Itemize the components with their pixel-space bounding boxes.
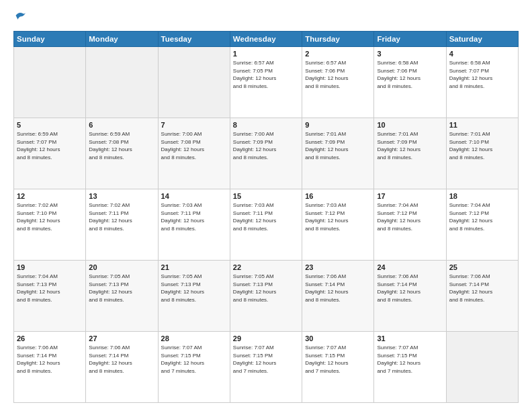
week-row-5: 26Sunrise: 7:06 AM Sunset: 7:14 PM Dayli…	[14, 332, 519, 403]
day-info: Sunrise: 7:04 AM Sunset: 7:12 PM Dayligh…	[449, 201, 515, 232]
day-info: Sunrise: 7:03 AM Sunset: 7:11 PM Dayligh…	[161, 201, 227, 232]
weekday-header-tuesday: Tuesday	[158, 32, 230, 47]
day-number: 4	[449, 50, 515, 58]
day-cell: 10Sunrise: 7:01 AM Sunset: 7:09 PM Dayli…	[374, 118, 446, 189]
day-cell: 19Sunrise: 7:04 AM Sunset: 7:13 PM Dayli…	[14, 261, 86, 332]
day-cell: 21Sunrise: 7:05 AM Sunset: 7:13 PM Dayli…	[158, 261, 230, 332]
day-cell: 29Sunrise: 7:07 AM Sunset: 7:15 PM Dayli…	[230, 332, 302, 403]
day-number: 7	[161, 121, 227, 129]
day-info: Sunrise: 7:04 AM Sunset: 7:12 PM Dayligh…	[377, 201, 443, 232]
day-number: 30	[305, 334, 371, 342]
weekday-header-friday: Friday	[374, 32, 446, 47]
day-cell: 7Sunrise: 7:00 AM Sunset: 7:08 PM Daylig…	[158, 118, 230, 189]
day-number: 24	[377, 263, 443, 271]
day-cell: 13Sunrise: 7:02 AM Sunset: 7:11 PM Dayli…	[86, 189, 158, 261]
day-cell: 8Sunrise: 7:00 AM Sunset: 7:09 PM Daylig…	[230, 118, 302, 189]
day-info: Sunrise: 7:07 AM Sunset: 7:15 PM Dayligh…	[305, 344, 371, 375]
week-row-2: 5Sunrise: 6:59 AM Sunset: 7:07 PM Daylig…	[14, 118, 519, 189]
day-cell: 4Sunrise: 6:58 AM Sunset: 7:07 PM Daylig…	[446, 47, 518, 118]
page: SundayMondayTuesdayWednesdayThursdayFrid…	[0, 0, 532, 411]
day-cell: 12Sunrise: 7:02 AM Sunset: 7:10 PM Dayli…	[14, 189, 86, 261]
day-info: Sunrise: 6:58 AM Sunset: 7:06 PM Dayligh…	[377, 59, 443, 90]
day-cell	[158, 47, 230, 118]
day-number: 5	[17, 121, 83, 129]
day-cell: 24Sunrise: 7:06 AM Sunset: 7:14 PM Dayli…	[374, 261, 446, 332]
day-info: Sunrise: 7:05 AM Sunset: 7:13 PM Dayligh…	[161, 273, 227, 304]
day-number: 22	[233, 263, 299, 271]
day-info: Sunrise: 7:02 AM Sunset: 7:11 PM Dayligh…	[89, 201, 154, 232]
day-number: 27	[89, 334, 154, 342]
day-info: Sunrise: 7:01 AM Sunset: 7:09 PM Dayligh…	[305, 130, 371, 161]
day-number: 16	[305, 192, 371, 200]
day-info: Sunrise: 7:06 AM Sunset: 7:14 PM Dayligh…	[17, 344, 83, 375]
day-cell: 31Sunrise: 7:07 AM Sunset: 7:15 PM Dayli…	[374, 332, 446, 403]
weekday-header-saturday: Saturday	[446, 32, 518, 47]
day-info: Sunrise: 7:06 AM Sunset: 7:14 PM Dayligh…	[89, 344, 154, 375]
day-number: 18	[449, 192, 515, 200]
day-number: 17	[377, 192, 443, 200]
day-info: Sunrise: 7:00 AM Sunset: 7:09 PM Dayligh…	[233, 130, 299, 161]
day-info: Sunrise: 6:57 AM Sunset: 7:06 PM Dayligh…	[305, 59, 371, 90]
day-cell	[14, 47, 86, 118]
day-number: 2	[305, 50, 371, 58]
day-number: 25	[449, 263, 515, 271]
day-cell: 28Sunrise: 7:07 AM Sunset: 7:15 PM Dayli…	[158, 332, 230, 403]
weekday-header-sunday: Sunday	[14, 32, 86, 47]
calendar-table: SundayMondayTuesdayWednesdayThursdayFrid…	[13, 31, 519, 403]
day-cell: 3Sunrise: 6:58 AM Sunset: 7:06 PM Daylig…	[374, 47, 446, 118]
day-info: Sunrise: 7:03 AM Sunset: 7:11 PM Dayligh…	[233, 201, 299, 232]
day-number: 15	[233, 192, 299, 200]
day-number: 9	[305, 121, 371, 129]
logo-bird-icon	[15, 9, 27, 21]
week-row-4: 19Sunrise: 7:04 AM Sunset: 7:13 PM Dayli…	[14, 261, 519, 332]
day-number: 20	[89, 263, 154, 271]
day-number: 13	[89, 192, 154, 200]
day-cell: 18Sunrise: 7:04 AM Sunset: 7:12 PM Dayli…	[446, 189, 518, 261]
day-cell: 25Sunrise: 7:06 AM Sunset: 7:14 PM Dayli…	[446, 261, 518, 332]
day-cell: 11Sunrise: 7:01 AM Sunset: 7:10 PM Dayli…	[446, 118, 518, 189]
day-info: Sunrise: 6:59 AM Sunset: 7:08 PM Dayligh…	[89, 130, 154, 161]
day-info: Sunrise: 6:58 AM Sunset: 7:07 PM Dayligh…	[449, 59, 515, 90]
week-row-3: 12Sunrise: 7:02 AM Sunset: 7:10 PM Dayli…	[14, 189, 519, 261]
day-cell: 17Sunrise: 7:04 AM Sunset: 7:12 PM Dayli…	[374, 189, 446, 261]
day-info: Sunrise: 7:01 AM Sunset: 7:09 PM Dayligh…	[377, 130, 443, 161]
day-info: Sunrise: 7:01 AM Sunset: 7:10 PM Dayligh…	[449, 130, 515, 161]
day-cell: 9Sunrise: 7:01 AM Sunset: 7:09 PM Daylig…	[302, 118, 374, 189]
day-number: 28	[161, 334, 227, 342]
weekday-header-thursday: Thursday	[302, 32, 374, 47]
day-cell: 27Sunrise: 7:06 AM Sunset: 7:14 PM Dayli…	[86, 332, 158, 403]
day-cell: 2Sunrise: 6:57 AM Sunset: 7:06 PM Daylig…	[302, 47, 374, 118]
header	[13, 11, 519, 24]
day-cell: 6Sunrise: 6:59 AM Sunset: 7:08 PM Daylig…	[86, 118, 158, 189]
day-number: 6	[89, 121, 154, 129]
day-cell	[86, 47, 158, 118]
weekday-header-row: SundayMondayTuesdayWednesdayThursdayFrid…	[14, 32, 519, 47]
day-info: Sunrise: 6:59 AM Sunset: 7:07 PM Dayligh…	[17, 130, 83, 161]
day-cell: 1Sunrise: 6:57 AM Sunset: 7:05 PM Daylig…	[230, 47, 302, 118]
day-number: 23	[305, 263, 371, 271]
day-cell	[446, 332, 518, 403]
day-number: 21	[161, 263, 227, 271]
day-number: 1	[233, 50, 299, 58]
day-cell: 30Sunrise: 7:07 AM Sunset: 7:15 PM Dayli…	[302, 332, 374, 403]
day-cell: 14Sunrise: 7:03 AM Sunset: 7:11 PM Dayli…	[158, 189, 230, 261]
day-number: 26	[17, 334, 83, 342]
day-info: Sunrise: 7:04 AM Sunset: 7:13 PM Dayligh…	[17, 273, 83, 304]
day-cell: 22Sunrise: 7:05 AM Sunset: 7:13 PM Dayli…	[230, 261, 302, 332]
day-number: 31	[377, 334, 443, 342]
day-info: Sunrise: 7:06 AM Sunset: 7:14 PM Dayligh…	[449, 273, 515, 304]
day-number: 10	[377, 121, 443, 129]
day-number: 19	[17, 263, 83, 271]
day-number: 3	[377, 50, 443, 58]
day-number: 12	[17, 192, 83, 200]
day-info: Sunrise: 7:00 AM Sunset: 7:08 PM Dayligh…	[161, 130, 227, 161]
day-info: Sunrise: 7:06 AM Sunset: 7:14 PM Dayligh…	[377, 273, 443, 304]
day-cell: 26Sunrise: 7:06 AM Sunset: 7:14 PM Dayli…	[14, 332, 86, 403]
week-row-1: 1Sunrise: 6:57 AM Sunset: 7:05 PM Daylig…	[14, 47, 519, 118]
day-info: Sunrise: 7:07 AM Sunset: 7:15 PM Dayligh…	[377, 344, 443, 375]
day-info: Sunrise: 7:07 AM Sunset: 7:15 PM Dayligh…	[161, 344, 227, 375]
day-info: Sunrise: 7:03 AM Sunset: 7:12 PM Dayligh…	[305, 201, 371, 232]
day-info: Sunrise: 7:05 AM Sunset: 7:13 PM Dayligh…	[233, 273, 299, 304]
day-number: 14	[161, 192, 227, 200]
day-cell: 23Sunrise: 7:06 AM Sunset: 7:14 PM Dayli…	[302, 261, 374, 332]
